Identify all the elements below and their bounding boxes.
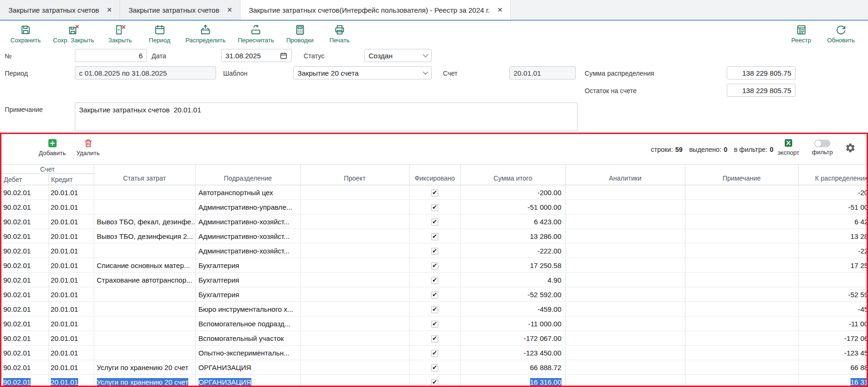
cell-cost-item[interactable]: Вывоз ТБО, фекал, дезинфе...	[94, 214, 195, 229]
cell-analytics[interactable]	[565, 258, 685, 273]
close-icon[interactable]: ✕	[107, 7, 113, 13]
table-row[interactable]: 90.02.01 20.01.01 Списание основных мате…	[1, 258, 867, 273]
cell-to-distribute[interactable]: -459.00	[798, 302, 867, 316]
table-row[interactable]: 90.02.01 20.01.01 Бухгалтерия -52 592.00…	[1, 287, 867, 302]
cell-total[interactable]: 13 286.00	[460, 229, 565, 244]
save-close-button[interactable]: Сохр. Закрыть	[53, 24, 95, 44]
table-row[interactable]: 90.02.01 20.01.01 Страхование автотрансп…	[1, 273, 867, 287]
fixed-checkbox[interactable]	[431, 248, 438, 255]
save-button[interactable]: Сохранить	[10, 24, 41, 44]
column-header-cost-item[interactable]: Статья затрат	[94, 165, 195, 185]
table-row[interactable]: 90.02.01 20.01.01 Услуги по хранению 20 …	[1, 360, 867, 375]
fixed-checkbox[interactable]	[431, 219, 438, 226]
cell-note[interactable]	[685, 331, 798, 346]
cell-department[interactable]: ОРГАНИЗАЦИЯ	[195, 360, 300, 375]
cell-total[interactable]: -200.00	[460, 185, 565, 200]
tab-close-cost-accounts-2[interactable]: Закрытие затратных счетов ✕	[120, 0, 240, 20]
cell-credit[interactable]: 20.01.01	[48, 302, 94, 316]
close-icon[interactable]: ✕	[497, 7, 503, 13]
column-header-analytics[interactable]: Аналитики	[565, 165, 685, 185]
distribution-sum-input[interactable]	[727, 66, 796, 79]
cell-project[interactable]	[300, 346, 409, 360]
cell-to-distribute[interactable]: -200.00	[798, 185, 867, 200]
fixed-checkbox[interactable]	[431, 321, 438, 328]
cell-analytics[interactable]	[565, 200, 685, 214]
cell-debit[interactable]: 90.02.01	[1, 258, 48, 273]
cell-total[interactable]: 6 423.00	[460, 214, 565, 229]
table-row[interactable]: 90.02.01 20.01.01 Административно-управл…	[1, 200, 867, 214]
cell-fixed[interactable]	[409, 244, 460, 258]
table-row[interactable]: 90.02.01 20.01.01 Вспомогательное подраз…	[1, 316, 867, 331]
cell-department[interactable]: Административно-управле...	[195, 200, 300, 214]
distribute-button[interactable]: Распределить	[185, 24, 225, 44]
cell-project[interactable]	[300, 200, 409, 214]
cell-department[interactable]: ОРГАНИЗАЦИЯ	[195, 375, 300, 386]
cell-note[interactable]	[685, 302, 798, 316]
cell-total[interactable]: 4.90	[460, 273, 565, 287]
fixed-checkbox[interactable]	[431, 204, 438, 211]
tab-register-2024[interactable]: Закрытие затратных счетов(Интерфейс поль…	[241, 0, 511, 20]
cell-project[interactable]	[300, 214, 409, 229]
cell-project[interactable]	[300, 244, 409, 258]
cell-credit[interactable]: 20.01.01	[48, 200, 94, 214]
cell-department[interactable]: Бухгалтерия	[195, 273, 300, 287]
delete-row-button[interactable]: Удалить	[73, 138, 103, 157]
cell-credit[interactable]: 20.01.01	[48, 258, 94, 273]
cell-note[interactable]	[685, 360, 798, 375]
cell-fixed[interactable]	[409, 229, 460, 244]
close-button[interactable]: Закрыть	[106, 24, 134, 44]
table-row[interactable]: 90.02.01 20.01.01 Административно-хозяйс…	[1, 244, 867, 258]
cell-fixed[interactable]	[409, 185, 460, 200]
column-header-note[interactable]: Примечание	[685, 165, 798, 185]
fixed-checkbox[interactable]	[431, 277, 438, 284]
calendar-icon[interactable]	[280, 52, 288, 60]
filter-toggle[interactable]: фильтр	[809, 140, 836, 156]
toggle-switch-icon[interactable]	[814, 140, 830, 147]
cell-debit[interactable]: 90.02.01	[1, 375, 48, 386]
cell-cost-item[interactable]	[94, 302, 195, 316]
cell-cost-item[interactable]	[94, 331, 195, 346]
close-icon[interactable]: ✕	[227, 7, 233, 13]
cell-to-distribute[interactable]: -51 000.00	[798, 200, 867, 214]
grid-settings-button[interactable]	[845, 142, 856, 155]
cell-to-distribute[interactable]: -11 000.00	[798, 316, 867, 331]
cell-project[interactable]	[300, 258, 409, 273]
cell-fixed[interactable]	[409, 375, 460, 386]
cell-analytics[interactable]	[565, 244, 685, 258]
cell-debit[interactable]: 90.02.01	[1, 302, 48, 316]
column-header-credit[interactable]: Кредит	[48, 174, 94, 185]
cell-to-distribute[interactable]: -222.00	[798, 244, 867, 258]
cell-debit[interactable]: 90.02.01	[1, 185, 48, 200]
cell-department[interactable]: Вспомогательный участок	[195, 331, 300, 346]
cell-total[interactable]: -459.00	[460, 302, 565, 316]
cell-total[interactable]: -123 450.00	[460, 346, 565, 360]
cell-department[interactable]: Опытно-экспериментальн...	[195, 346, 300, 360]
cell-total[interactable]: -52 592.00	[460, 287, 565, 302]
column-header-total[interactable]: Сумма итого	[460, 165, 565, 185]
cell-credit[interactable]: 20.01.01	[48, 229, 94, 244]
cell-total[interactable]: -172 067.00	[460, 331, 565, 346]
cell-department[interactable]: Вспомогательное подразд...	[195, 316, 300, 331]
cell-credit[interactable]: 20.01.01	[48, 375, 94, 386]
print-button[interactable]: Печать	[326, 24, 353, 44]
cell-debit[interactable]: 90.02.01	[1, 287, 48, 302]
cell-department[interactable]: Бюро инструментального х...	[195, 302, 300, 316]
cell-cost-item[interactable]: Вывоз ТБО, дезинфекция 2...	[94, 229, 195, 244]
cell-cost-item[interactable]: Страхование автотранспор...	[94, 273, 195, 287]
cell-to-distribute[interactable]: 16 316.00	[798, 375, 867, 386]
cell-cost-item[interactable]	[94, 287, 195, 302]
cell-total[interactable]: 16 316.00	[460, 375, 565, 386]
cell-credit[interactable]: 20.01.01	[48, 214, 94, 229]
column-header-fixed[interactable]: Фиксировано	[409, 165, 460, 185]
cell-total[interactable]: -11 000.00	[460, 316, 565, 331]
table-row[interactable]: 90.02.01 20.01.01 Услуги по хранению 20 …	[1, 375, 867, 386]
cell-debit[interactable]: 90.02.01	[1, 214, 48, 229]
cell-fixed[interactable]	[409, 200, 460, 214]
cell-project[interactable]	[300, 302, 409, 316]
column-header-project[interactable]: Проект	[300, 165, 409, 185]
column-header-debit[interactable]: Дебет	[1, 174, 48, 185]
fixed-checkbox[interactable]	[431, 364, 438, 371]
cell-project[interactable]	[300, 287, 409, 302]
cell-department[interactable]: Административно-хозяйст...	[195, 244, 300, 258]
fixed-checkbox[interactable]	[431, 233, 438, 240]
